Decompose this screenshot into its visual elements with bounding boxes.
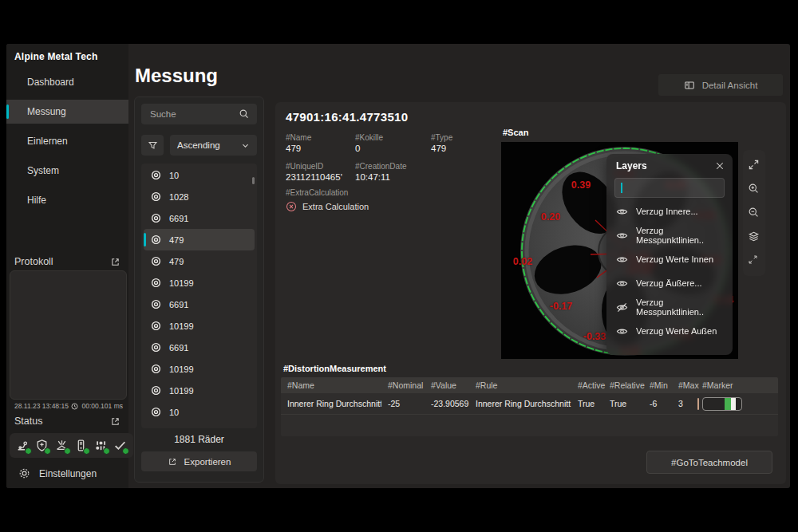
list-item-value: 6691 [169, 343, 188, 353]
eye-icon[interactable] [616, 254, 628, 266]
table-row[interactable]: Innerer Ring Durchschnitt -25 -23.90569 … [281, 393, 778, 415]
log-timestamp: 28.11.23 13:48:15 [14, 402, 69, 410]
list-item[interactable]: 479 [141, 250, 257, 272]
wheel-item-icon [151, 364, 161, 374]
measurement-items: 10 1028 6691 [141, 164, 257, 428]
laser-status-icon [55, 439, 69, 452]
sidebar-nav-item[interactable]: Dashboard [6, 70, 128, 94]
layer-label: Verzug Werte Außen [636, 326, 717, 336]
layer-row[interactable]: Verzug Äußere... [606, 271, 733, 295]
layer-row[interactable]: Verzug Werte Innen [606, 247, 733, 271]
eye-icon[interactable] [616, 206, 628, 218]
list-item[interactable]: 10199 [141, 380, 257, 401]
wheel-item-icon [151, 407, 161, 417]
cell-active: True [571, 399, 603, 408]
close-icon[interactable] [715, 161, 725, 171]
sidebar-nav-item[interactable]: System [6, 159, 128, 183]
measurement-list-panel: Ascending 10 [134, 97, 264, 483]
protokoll-log-box[interactable] [10, 270, 127, 400]
list-item[interactable]: 10199 [141, 272, 257, 294]
fit-view-icon[interactable] [748, 254, 760, 267]
gear-icon [18, 467, 30, 479]
cell-min: -6 [643, 399, 672, 408]
measurement-title: 47901:16:41.4773510 [286, 110, 408, 124]
scan-toolbar [743, 150, 765, 276]
distortion-measurement-heading: #DistortionMeasurement [283, 364, 386, 373]
list-item-value: 10199 [169, 321, 194, 331]
search-input[interactable] [148, 108, 239, 120]
field-uniqueid: #UniqueID 23112110465' [286, 162, 342, 182]
eye-icon[interactable] [616, 325, 628, 337]
list-item-value: 10199 [169, 386, 194, 396]
list-item[interactable]: 479 [144, 229, 255, 250]
status-label: Status [14, 416, 42, 427]
detail-view-button[interactable]: Detail Ansicht [658, 74, 783, 96]
scan-canvas[interactable]: 0.39 0.02 -0.20 0.20 -0.03 0.02 -0.02 - [501, 142, 738, 359]
eye-off-icon[interactable] [616, 301, 628, 313]
list-item-value: 10199 [169, 278, 194, 288]
layer-row[interactable]: Verzug Messpunktlinien.. [606, 223, 733, 247]
eye-icon[interactable] [616, 278, 628, 290]
zoom-in-icon[interactable] [748, 183, 760, 195]
distortion-table: #Name #Nominal #Value #Rule #Active #Rel… [281, 377, 778, 436]
layers-icon[interactable] [748, 231, 760, 243]
sidebar-nav-item[interactable]: Hilfe [6, 188, 128, 212]
list-item[interactable]: 10 [141, 164, 257, 186]
detail-view-icon [684, 80, 695, 91]
status-indicator-bar [10, 433, 133, 458]
list-item[interactable]: 6691 [141, 337, 257, 358]
layer-label: Verzug Messpunktlinien.. [636, 226, 723, 245]
layer-row[interactable]: Verzug Werte Außen [606, 319, 733, 343]
export-button[interactable]: Exportieren [141, 451, 257, 471]
list-item[interactable]: 10199 [141, 358, 257, 380]
layers-panel: Layers [606, 154, 733, 355]
layers-search-input[interactable] [614, 178, 725, 198]
log-duration: 00:00.101 ms [81, 402, 123, 410]
scan-value: -0.17 [550, 301, 573, 312]
marker-range-widget [702, 397, 742, 411]
sidebar-nav-item[interactable]: Einlernen [6, 129, 128, 153]
zoom-out-icon[interactable] [748, 207, 760, 219]
sidebar-nav-item[interactable]: Messung [6, 100, 128, 124]
export-label: Exportieren [184, 457, 231, 467]
list-item[interactable]: 10 [141, 401, 257, 423]
chevron-down-icon [241, 141, 250, 150]
detail-panel: 47901:16:41.4773510 #Name 479 #Kokille 0… [275, 102, 786, 484]
wheel-item-icon [151, 321, 161, 331]
list-item[interactable]: 10199 [141, 315, 257, 337]
sort-dropdown[interactable]: Ascending [170, 135, 257, 156]
layer-row[interactable]: Verzug Innere... [606, 199, 733, 223]
export-icon [168, 457, 177, 467]
clock-icon [71, 403, 78, 410]
nav-item-label: Messung [27, 106, 66, 117]
status-popout-icon[interactable] [110, 416, 120, 427]
expand-icon[interactable] [748, 159, 760, 171]
wheel-item-icon [151, 299, 161, 309]
layer-row[interactable]: Verzug Messpunktlinien.. [606, 295, 733, 319]
settings-button[interactable]: Einstellungen [18, 467, 97, 479]
extra-calculation-status: Extra Calculation [286, 201, 369, 212]
cell-max: 3 [672, 399, 696, 408]
list-item-value: 10 [169, 408, 179, 417]
protokoll-label: Protokoll [14, 256, 53, 267]
list-item[interactable]: 6691 [141, 207, 257, 229]
list-item[interactable]: 1028 [141, 186, 257, 207]
list-item-value: 10 [169, 171, 179, 180]
layer-label: Verzug Werte Innen [636, 254, 713, 264]
filter-button[interactable] [141, 135, 164, 156]
cell-relative: True [603, 399, 643, 408]
layer-label: Verzug Innere... [636, 207, 698, 216]
go-to-teachmodel-button[interactable]: #GoToTeachmodel [646, 451, 772, 474]
app-window: Alpine Metal Tech Dashboard Messung Einl… [6, 44, 790, 488]
wheel-item-icon [151, 191, 161, 202]
sidebar-nav: Dashboard Messung Einlernen System Hilfe [6, 70, 128, 218]
list-item[interactable]: 6691 [141, 294, 257, 315]
status-header: Status [14, 416, 120, 427]
protokoll-popout-icon[interactable] [110, 257, 120, 267]
cell-rule: Innerer Ring Durchschnitt [469, 399, 571, 408]
field-type: #Type 479 [431, 133, 452, 153]
scan-label: #Scan [503, 128, 528, 137]
eye-icon[interactable] [616, 230, 628, 242]
scan-value: 0.20 [541, 211, 560, 223]
wheel-item-icon [151, 385, 161, 396]
